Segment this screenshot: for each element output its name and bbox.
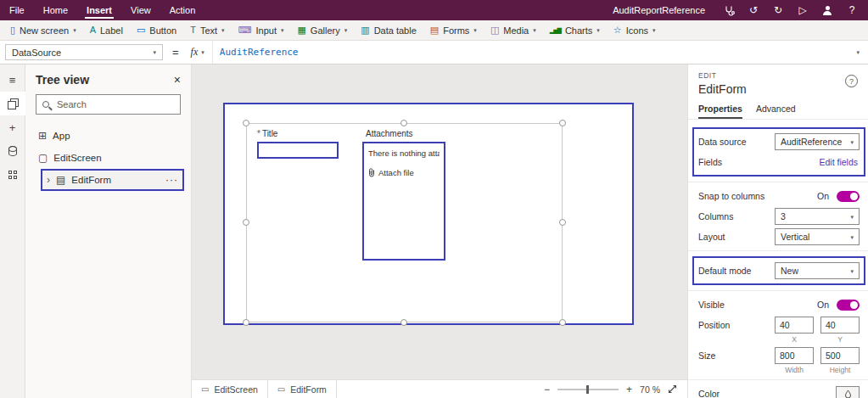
formula-bar-expand[interactable]: ▾ (848, 41, 868, 64)
search-input[interactable] (55, 98, 179, 110)
hamburger-menu-icon[interactable]: ≡ (0, 68, 25, 92)
chevron-down-icon: ▾ (533, 27, 536, 33)
attach-file-label: Attach file (378, 168, 414, 177)
position-y-input[interactable]: 40 (820, 317, 860, 334)
fit-to-window-icon[interactable] (668, 384, 677, 394)
selection-handle[interactable] (243, 219, 249, 226)
tree-view-icon[interactable] (0, 92, 25, 115)
app-name: AuditReportReference (613, 5, 705, 15)
ribbon-button[interactable]: ▭ Button (130, 20, 183, 40)
tree-item-label: App (53, 131, 70, 141)
tab-advanced[interactable]: Advanced (756, 104, 796, 119)
tree-item-editform[interactable]: › ▤ EditForm ··· (41, 169, 184, 191)
menu-home[interactable]: Home (34, 0, 77, 20)
statusbar-tab-editform[interactable]: ▭ EditForm (268, 380, 337, 398)
size-height-input[interactable]: 500 (820, 347, 860, 364)
help-icon[interactable]: ? (846, 5, 858, 15)
menu-view[interactable]: View (121, 0, 160, 20)
attachments-control[interactable]: There is nothing atta... Attach file (362, 142, 445, 261)
tree-item-app[interactable]: ⊞ App (32, 125, 184, 147)
default-mode-highlight-box: Default mode New ▾ (692, 256, 865, 285)
selection-handle[interactable] (559, 319, 566, 326)
color-picker-button[interactable] (836, 386, 860, 398)
edit-fields-link[interactable]: Edit fields (775, 157, 860, 167)
zoom-out-button[interactable]: − (544, 384, 550, 395)
datasource-highlight-box: Data source AuditReference ▾ Fields Edit… (692, 127, 865, 177)
insert-plus-icon[interactable]: + (0, 115, 25, 139)
play-icon[interactable]: ▷ (797, 5, 809, 15)
fx-selector[interactable]: fx ▾ (183, 41, 213, 64)
selection-handle[interactable] (400, 319, 407, 326)
selection-handle[interactable] (559, 219, 566, 226)
zoom-in-button[interactable]: + (626, 384, 632, 395)
ribbon-charts[interactable]: ▂▅▇ Charts ▾ (543, 20, 607, 40)
ribbon-new-screen[interactable]: ▯ New screen ▾ (3, 20, 83, 40)
tree-item-editscreen[interactable]: ▢ EditScreen (32, 147, 184, 169)
property-selector[interactable]: DataSource ▾ (5, 44, 163, 60)
menu-file[interactable]: File (0, 0, 34, 20)
statusbar-tab-label: EditForm (290, 384, 327, 395)
redo-icon[interactable]: ↻ (772, 5, 784, 15)
columns-dropdown[interactable]: 3 ▾ (775, 208, 860, 225)
color-row: Color (698, 385, 860, 398)
data-sources-icon[interactable] (0, 139, 25, 163)
selection-handle[interactable] (243, 120, 249, 126)
menu-action[interactable]: Action (160, 0, 205, 20)
title-label-text: Title (262, 129, 278, 138)
ribbon-input[interactable]: ⌨ Input ▾ (232, 20, 291, 40)
formula-input[interactable] (213, 41, 848, 64)
chevron-down-icon: ▾ (221, 27, 225, 33)
ribbon-forms[interactable]: ▤ Forms ▾ (423, 20, 484, 40)
canvas-main[interactable]: *Title Attachments There is nothing atta… (192, 64, 687, 379)
ribbon-media[interactable]: ◫ Media ▾ (484, 20, 543, 40)
panel-help-icon[interactable]: ? (845, 75, 858, 87)
selection-handle[interactable] (559, 120, 566, 126)
close-icon[interactable]: × (174, 73, 181, 87)
properties-panel: EDIT EditForm ? Properties Advanced Data… (687, 64, 868, 398)
tab-properties[interactable]: Properties (698, 104, 742, 119)
zoom-slider-handle[interactable] (586, 385, 589, 394)
ribbon-label-control[interactable]: A Label (83, 20, 130, 40)
visible-toggle[interactable] (837, 300, 860, 311)
tree-item-label: EditScreen (53, 153, 101, 163)
tree-item-label: EditForm (71, 175, 111, 185)
advanced-tools-icon[interactable] (0, 163, 25, 187)
default-mode-dropdown[interactable]: New ▾ (775, 262, 860, 279)
statusbar-tab-editscreen[interactable]: ▭ EditScreen (192, 380, 268, 398)
ribbon-data-table[interactable]: ▥ Data table (354, 20, 423, 40)
zoom-slider[interactable] (557, 389, 619, 390)
columns-label: Columns (698, 211, 733, 221)
menu-insert[interactable]: Insert (77, 0, 121, 20)
ribbon-gallery[interactable]: ▦ Gallery ▾ (290, 20, 354, 40)
ribbon-icons[interactable]: ☆ Icons ▾ (607, 20, 663, 40)
person-icon[interactable] (821, 6, 833, 15)
more-options-icon[interactable]: ··· (165, 174, 178, 186)
topbar-right: AuditReportReference ↺ ↻ ▷ ? (613, 5, 868, 16)
title-text-input[interactable] (257, 142, 339, 159)
required-star: * (257, 129, 260, 138)
selection-handle[interactable] (400, 120, 407, 126)
data-source-dropdown[interactable]: AuditReference ▾ (775, 133, 860, 150)
selection-handle[interactable] (243, 319, 249, 326)
chevron-down-icon: ▾ (652, 27, 656, 33)
canvas-artboard[interactable]: *Title Attachments There is nothing atta… (223, 103, 634, 325)
formula-bar: DataSource ▾ = fx ▾ ▾ (0, 41, 868, 64)
properties-tabs: Properties Advanced (688, 96, 868, 120)
tree-list: ⊞ App ▢ EditScreen › ▤ EditForm ··· (25, 125, 191, 191)
form-tab-icon: ▭ (277, 384, 285, 394)
size-width-input[interactable]: 800 (775, 347, 814, 364)
position-sublabels: X Y (698, 335, 860, 344)
attach-file-button[interactable]: Attach file (368, 168, 440, 177)
app-checker-icon[interactable] (723, 5, 735, 16)
media-icon: ◫ (490, 25, 499, 35)
chevron-right-icon[interactable]: › (47, 175, 50, 185)
undo-icon[interactable]: ↺ (748, 5, 759, 15)
default-mode-value: New (781, 266, 798, 276)
position-x-input[interactable]: 40 (775, 317, 814, 334)
snap-toggle[interactable] (837, 191, 860, 202)
button-icon: ▭ (137, 25, 145, 35)
visible-toggle-state: On (817, 300, 829, 310)
layout-value: Vertical (781, 232, 809, 242)
layout-dropdown[interactable]: Vertical ▾ (775, 228, 860, 245)
ribbon-text[interactable]: T Text ▾ (183, 20, 231, 40)
